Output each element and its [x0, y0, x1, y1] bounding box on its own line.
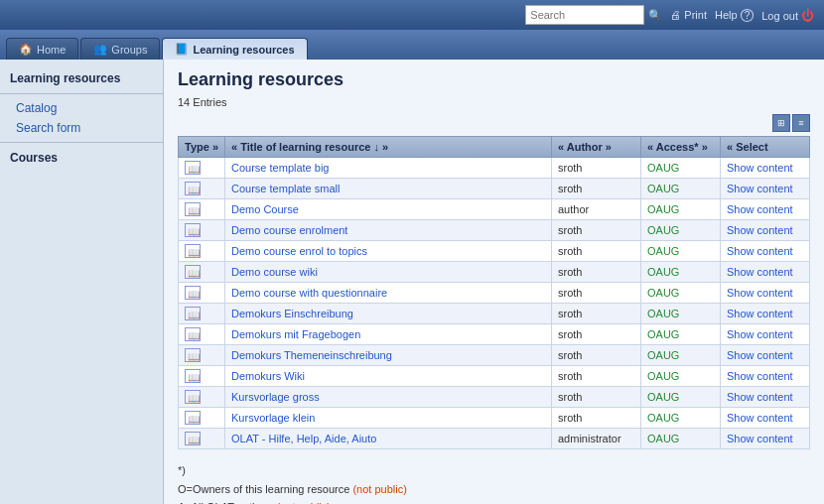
- cell-type: 📖: [179, 158, 225, 179]
- view-list-button[interactable]: ≡: [792, 114, 810, 132]
- resource-title-link[interactable]: OLAT - Hilfe, Help, Aide, Aiuto: [231, 433, 376, 444]
- sidebar-section-courses[interactable]: Courses: [0, 147, 163, 169]
- sidebar-section-learning[interactable]: Learning resources: [0, 67, 163, 89]
- footer-line-o: O=Owners of this learning resource (not …: [178, 480, 810, 499]
- resource-title-link[interactable]: Demokurs mit Fragebogen: [231, 328, 360, 340]
- cell-title: Demokurs Einschreibung: [225, 304, 552, 324]
- resource-title-link[interactable]: Course template big: [231, 162, 329, 174]
- search-icon[interactable]: 🔍: [648, 9, 662, 22]
- learning-icon: 📘: [175, 43, 189, 56]
- show-content-link[interactable]: Show content: [727, 433, 793, 444]
- book-icon: 📖: [185, 348, 201, 362]
- cell-author: sroth: [552, 345, 641, 366]
- resource-title-link[interactable]: Kursvorlage klein: [231, 412, 315, 424]
- cell-type: 📖: [179, 345, 225, 366]
- view-grid-button[interactable]: ⊞: [772, 114, 790, 132]
- print-link[interactable]: 🖨 Print: [670, 9, 707, 21]
- show-content-link[interactable]: Show content: [727, 245, 793, 257]
- cell-author: sroth: [552, 387, 641, 408]
- show-content-link[interactable]: Show content: [727, 308, 793, 319]
- help-link[interactable]: Help ?: [715, 9, 754, 21]
- access-link[interactable]: OAUG: [647, 308, 679, 319]
- cell-select: Show content: [721, 241, 810, 262]
- resource-title-link[interactable]: Demo course enrol to topics: [231, 245, 367, 257]
- access-link[interactable]: OAUG: [647, 328, 679, 340]
- cell-type: 📖: [179, 304, 225, 324]
- access-link[interactable]: OAUG: [647, 245, 679, 257]
- cell-select: Show content: [721, 283, 810, 304]
- cell-type: 📖: [179, 199, 225, 220]
- resource-title-link[interactable]: Demokurs Themeneinschreibung: [231, 349, 392, 361]
- show-content-link[interactable]: Show content: [727, 349, 793, 361]
- access-link[interactable]: OAUG: [647, 162, 679, 174]
- show-content-link[interactable]: Show content: [727, 224, 793, 236]
- table-row: 📖Demokurs mit FragebogensrothOAUGShow co…: [179, 324, 810, 345]
- cell-select: Show content: [721, 179, 810, 199]
- cell-type: 📖: [179, 366, 225, 387]
- cell-author: sroth: [552, 304, 641, 324]
- access-link[interactable]: OAUG: [647, 349, 679, 361]
- cell-author: sroth: [552, 283, 641, 304]
- show-content-link[interactable]: Show content: [727, 162, 793, 174]
- resource-title-link[interactable]: Demo course enrolment: [231, 224, 347, 236]
- resource-title-link[interactable]: Demokurs Einschreibung: [231, 308, 353, 319]
- access-link[interactable]: OAUG: [647, 433, 679, 444]
- groups-icon: 👥: [93, 43, 107, 56]
- table-row: 📖Demo course enrol to topicssrothOAUGSho…: [179, 241, 810, 262]
- cell-select: Show content: [721, 220, 810, 241]
- resource-title-link[interactable]: Course template small: [231, 183, 340, 194]
- sidebar-item-search-form[interactable]: Search form: [0, 118, 163, 138]
- book-icon: 📖: [185, 161, 201, 175]
- col-header-select[interactable]: « Select: [721, 137, 810, 158]
- book-icon: 📖: [185, 411, 201, 425]
- cell-author: administrator: [552, 429, 641, 449]
- show-content-link[interactable]: Show content: [727, 328, 793, 340]
- resource-title-link[interactable]: Demo course with questionnaire: [231, 287, 387, 299]
- search-input[interactable]: [525, 5, 644, 25]
- cell-type: 📖: [179, 408, 225, 429]
- col-header-author[interactable]: « Author »: [552, 137, 641, 158]
- col-header-type[interactable]: Type »: [179, 137, 225, 158]
- access-link[interactable]: OAUG: [647, 224, 679, 236]
- entries-count: 14 Entries: [178, 96, 810, 108]
- cell-title: Demokurs mit Fragebogen: [225, 324, 552, 345]
- logout-link[interactable]: Log out ⏻: [761, 8, 814, 23]
- show-content-link[interactable]: Show content: [727, 412, 793, 424]
- access-link[interactable]: OAUG: [647, 391, 679, 403]
- access-link[interactable]: OAUG: [647, 183, 679, 194]
- cell-title: Demo Course: [225, 199, 552, 220]
- show-content-link[interactable]: Show content: [727, 391, 793, 403]
- tab-groups[interactable]: 👥 Groups: [80, 38, 160, 60]
- sidebar-item-catalog[interactable]: Catalog: [0, 98, 163, 118]
- content-area: Learning resources 14 Entries ⊞ ≡ Type »…: [164, 60, 824, 504]
- access-link[interactable]: OAUG: [647, 412, 679, 424]
- resource-title-link[interactable]: Kursvorlage gross: [231, 391, 320, 403]
- tab-home[interactable]: 🏠 Home: [6, 38, 78, 60]
- resource-title-link[interactable]: Demo Course: [231, 203, 299, 215]
- cell-author: sroth: [552, 366, 641, 387]
- cell-title: Demokurs Themeneinschreibung: [225, 345, 552, 366]
- resource-title-link[interactable]: Demokurs Wiki: [231, 370, 305, 382]
- access-link[interactable]: OAUG: [647, 370, 679, 382]
- cell-access: OAUG: [641, 345, 721, 366]
- page-title: Learning resources: [178, 69, 810, 90]
- access-link[interactable]: OAUG: [647, 287, 679, 299]
- show-content-link[interactable]: Show content: [727, 287, 793, 299]
- resource-title-link[interactable]: Demo course wiki: [231, 266, 318, 278]
- show-content-link[interactable]: Show content: [727, 183, 793, 194]
- tab-learning-resources[interactable]: 📘 Learning resources: [162, 38, 307, 60]
- cell-select: Show content: [721, 304, 810, 324]
- col-header-access[interactable]: « Access* »: [641, 137, 721, 158]
- cell-author: sroth: [552, 158, 641, 179]
- show-content-link[interactable]: Show content: [727, 203, 793, 215]
- show-content-link[interactable]: Show content: [727, 266, 793, 278]
- access-link[interactable]: OAUG: [647, 203, 679, 215]
- cell-author: sroth: [552, 179, 641, 199]
- cell-select: Show content: [721, 366, 810, 387]
- show-content-link[interactable]: Show content: [727, 370, 793, 382]
- book-icon: 📖: [185, 432, 201, 445]
- access-link[interactable]: OAUG: [647, 266, 679, 278]
- footer-note: *) O=Owners of this learning resource (n…: [178, 461, 810, 504]
- cell-type: 📖: [179, 241, 225, 262]
- col-header-title[interactable]: « Title of learning resource ↓ »: [225, 137, 552, 158]
